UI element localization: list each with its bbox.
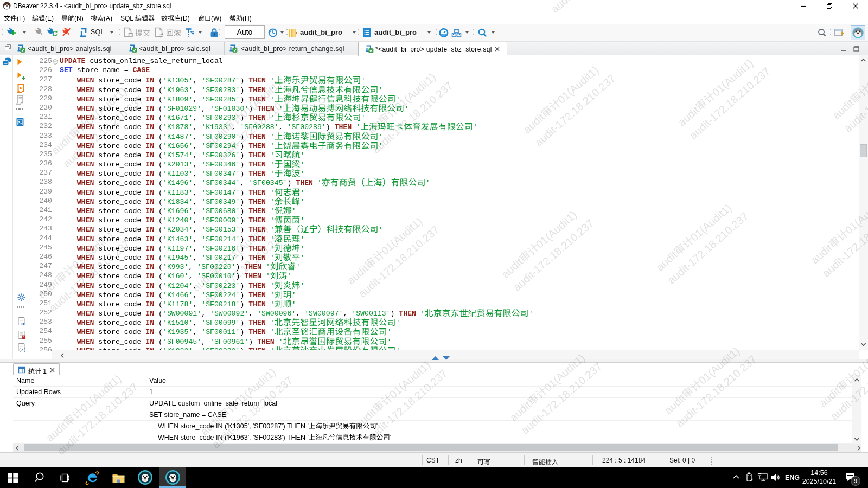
svg-text:b: b	[23, 335, 25, 339]
svg-text:(x): (x)	[19, 348, 27, 352]
